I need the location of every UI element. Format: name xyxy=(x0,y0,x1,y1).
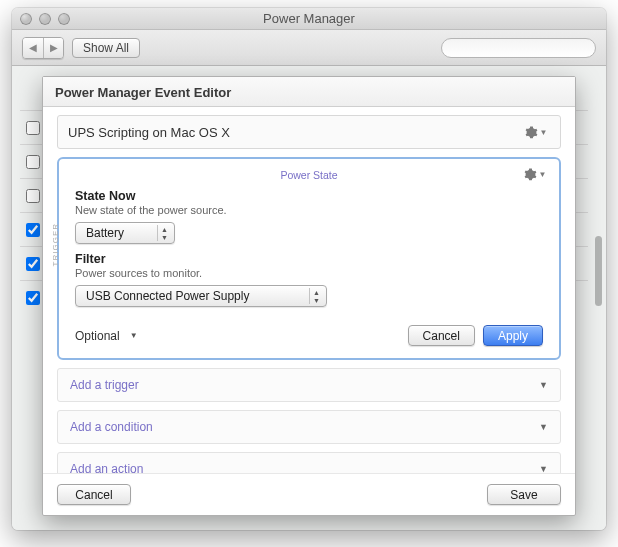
trigger-config-panel: TRIGGER Power State ▼ State Now New stat… xyxy=(57,157,561,360)
trigger-side-tab: TRIGGER xyxy=(51,223,60,266)
event-gear-menu[interactable]: ▼ xyxy=(522,123,550,141)
chevron-down-icon: ▼ xyxy=(540,128,548,137)
add-condition-label: Add a condition xyxy=(70,420,153,434)
popup-stepper-icon: ▲▼ xyxy=(157,225,171,241)
add-trigger-label: Add a trigger xyxy=(70,378,139,392)
state-now-block: State Now New state of the power source.… xyxy=(75,189,543,244)
state-now-value: Battery xyxy=(86,226,124,240)
state-now-label: State Now xyxy=(75,189,543,203)
sheet-save-button[interactable]: Save xyxy=(487,484,561,505)
sheet-footer: Cancel Save xyxy=(43,473,575,515)
gear-icon xyxy=(524,168,537,181)
event-editor-sheet: Power Manager Event Editor UPS Scripting… xyxy=(42,76,576,516)
panel-gear-menu[interactable]: ▼ xyxy=(521,165,549,183)
zoom-window-button[interactable] xyxy=(58,13,70,25)
chevron-down-icon: ▼ xyxy=(539,464,548,473)
sheet-body: UPS Scripting on Mac OS X ▼ TRIGGER Powe… xyxy=(43,107,575,473)
optional-label: Optional xyxy=(75,329,120,343)
sheet-cancel-button[interactable]: Cancel xyxy=(57,484,131,505)
list-checkbox[interactable] xyxy=(26,121,40,135)
preferences-window: Power Manager ◀ ▶ Show All Power Manager… xyxy=(12,8,606,530)
state-now-popup[interactable]: Battery ▲▼ xyxy=(75,222,175,244)
close-window-button[interactable] xyxy=(20,13,32,25)
window-title: Power Manager xyxy=(12,11,606,26)
filter-block: Filter Power sources to monitor. USB Con… xyxy=(75,252,543,307)
cancel-button[interactable]: Cancel xyxy=(408,325,475,346)
chevron-down-icon: ▼ xyxy=(130,331,138,340)
add-action-label: Add an action xyxy=(70,462,143,473)
sheet-title: Power Manager Event Editor xyxy=(43,77,575,107)
filter-popup[interactable]: USB Connected Power Supply ▲▼ xyxy=(75,285,327,307)
filter-value: USB Connected Power Supply xyxy=(86,289,249,303)
list-checkbox[interactable] xyxy=(26,257,40,271)
nav-back-forward: ◀ ▶ xyxy=(22,37,64,59)
event-name-row[interactable]: UPS Scripting on Mac OS X ▼ xyxy=(57,115,561,149)
nav-forward-button[interactable]: ▶ xyxy=(43,38,63,58)
filter-desc: Power sources to monitor. xyxy=(75,267,543,279)
chevron-down-icon: ▼ xyxy=(539,422,548,432)
show-all-button[interactable]: Show All xyxy=(72,38,140,58)
add-action-row[interactable]: Add an action ▼ xyxy=(57,452,561,473)
list-checkbox[interactable] xyxy=(26,291,40,305)
search-wrap xyxy=(441,38,596,58)
toolbar: ◀ ▶ Show All xyxy=(12,30,606,66)
state-now-desc: New state of the power source. xyxy=(75,204,543,216)
traffic-lights xyxy=(20,13,70,25)
gear-icon xyxy=(525,126,538,139)
add-condition-row[interactable]: Add a condition ▼ xyxy=(57,410,561,444)
panel-footer: Optional ▼ Cancel Apply xyxy=(75,325,543,346)
optional-menu[interactable]: Optional ▼ xyxy=(75,329,138,343)
chevron-down-icon: ▼ xyxy=(539,380,548,390)
apply-button[interactable]: Apply xyxy=(483,325,543,346)
list-checkbox[interactable] xyxy=(26,155,40,169)
list-checkbox[interactable] xyxy=(26,223,40,237)
popup-stepper-icon: ▲▼ xyxy=(309,288,323,304)
scrollbar[interactable] xyxy=(595,236,602,306)
chevron-down-icon: ▼ xyxy=(539,170,547,179)
filter-label: Filter xyxy=(75,252,543,266)
search-input[interactable] xyxy=(441,38,596,58)
titlebar: Power Manager xyxy=(12,8,606,30)
event-name-label: UPS Scripting on Mac OS X xyxy=(68,125,522,140)
minimize-window-button[interactable] xyxy=(39,13,51,25)
list-checkbox[interactable] xyxy=(26,189,40,203)
nav-back-button[interactable]: ◀ xyxy=(23,38,43,58)
add-trigger-row[interactable]: Add a trigger ▼ xyxy=(57,368,561,402)
panel-title: Power State xyxy=(75,169,543,181)
